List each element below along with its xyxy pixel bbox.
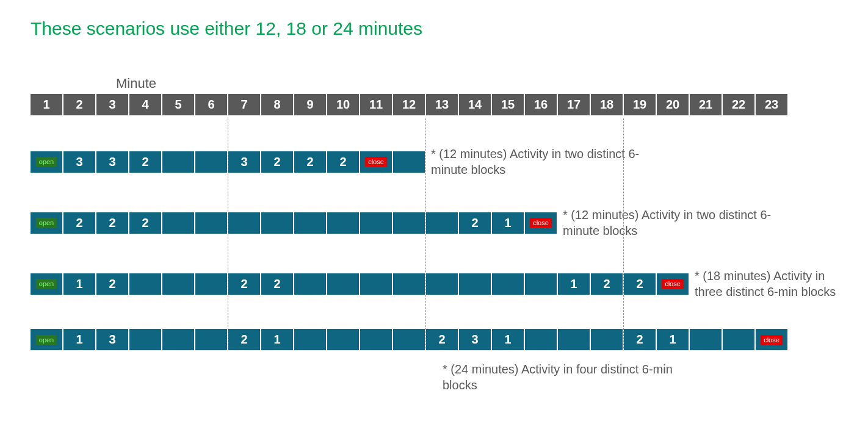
minute-header-cell: 2 [63, 94, 95, 115]
minute-header-cell: 5 [162, 94, 194, 115]
close-badge: close [530, 218, 552, 228]
minute-header-cell: 6 [195, 94, 227, 115]
scenario-caption: * (18 minutes) Activity in three distinc… [695, 268, 837, 300]
scenario-cell: open [31, 212, 62, 234]
minute-header-cell: 18 [591, 94, 623, 115]
scenario-cell [327, 329, 359, 350]
scenario-cell [591, 329, 623, 350]
scenario-cell: 2 [624, 273, 656, 295]
scenario-cell: 3 [96, 151, 128, 173]
scenario-cells: open1222122close [31, 273, 689, 295]
scenario-cell [723, 329, 754, 350]
minute-header-cell: 22 [723, 94, 754, 115]
scenario-cell [195, 212, 227, 234]
scenario-row: open132123121close [31, 329, 837, 350]
scenario-cell [195, 329, 227, 350]
scenario-cell: 1 [657, 329, 689, 350]
open-badge: open [36, 218, 57, 228]
scenario-cell [393, 329, 425, 350]
minute-header-cell: 13 [426, 94, 458, 115]
scenario-cell: 2 [591, 273, 623, 295]
scenario-cell [426, 212, 458, 234]
scenario-cell: open [31, 151, 62, 173]
minute-header-cell: 23 [756, 94, 787, 115]
minute-header-cell: 9 [294, 94, 326, 115]
six-min-divider [623, 118, 624, 348]
six-min-divider [228, 118, 228, 348]
scenario-cell: 3 [228, 151, 260, 173]
minute-header-cell: 4 [129, 94, 161, 115]
scenario-caption: * (24 minutes) Activity in four distinct… [443, 361, 699, 393]
minute-header-cell: 3 [96, 94, 128, 115]
scenario-cell: 1 [492, 212, 524, 234]
minute-header-cell: 19 [624, 94, 656, 115]
scenario-cell: close [756, 329, 787, 350]
scenario-cell: 2 [228, 329, 260, 350]
scenario-cell [129, 329, 161, 350]
scenario-cell [294, 329, 326, 350]
scenario-cell: 2 [129, 212, 161, 234]
scenario-cell [294, 273, 326, 295]
scenario-cell: 2 [96, 273, 128, 295]
close-badge: close [761, 335, 783, 345]
scenario-cell: close [657, 273, 689, 295]
scenario-cell: 1 [63, 273, 95, 295]
scenario-cell [162, 273, 194, 295]
scenario-cell: 3 [63, 151, 95, 173]
scenario-cell: 2 [426, 329, 458, 350]
close-badge: close [662, 279, 684, 289]
scenario-cell: close [525, 212, 557, 234]
scenario-chart: 1234567891011121314151617181920212223 op… [31, 94, 837, 393]
six-min-divider [425, 118, 426, 348]
scenario-cell: 2 [129, 151, 161, 173]
scenario-cell [195, 273, 227, 295]
scenario-cell: 3 [459, 329, 491, 350]
minute-axis-label: Minute [116, 76, 837, 92]
scenario-cell [393, 151, 425, 173]
scenario-cell: open [31, 329, 62, 350]
minute-header-cell: 21 [690, 94, 722, 115]
scenario-cell: 1 [558, 273, 590, 295]
minute-header-row: 1234567891011121314151617181920212223 [31, 94, 837, 115]
scenario-cell [228, 212, 260, 234]
scenario-cell: 2 [624, 329, 656, 350]
open-badge: open [36, 335, 57, 345]
minute-header-cell: 20 [657, 94, 689, 115]
scenario-cell: 2 [96, 212, 128, 234]
scenario-cell [294, 212, 326, 234]
minute-header-cell: 8 [261, 94, 293, 115]
scenario-cell [525, 329, 557, 350]
scenario-row: open22221close* (12 minutes) Activity in… [31, 207, 837, 239]
scenario-cell: 2 [294, 151, 326, 173]
open-badge: open [36, 279, 57, 289]
scenario-cell [690, 329, 722, 350]
scenario-cell [162, 329, 194, 350]
scenario-cell: 2 [63, 212, 95, 234]
scenario-caption: * (12 minutes) Activity in two distinct … [563, 207, 795, 239]
minute-header-cell: 14 [459, 94, 491, 115]
minute-header-cell: 12 [393, 94, 425, 115]
scenario-cell [459, 273, 491, 295]
scenario-cell: 2 [261, 273, 293, 295]
scenario-cell [426, 273, 458, 295]
minute-header-cell: 7 [228, 94, 260, 115]
scenario-row: open1222122close* (18 minutes) Activity … [31, 268, 837, 300]
scenario-cell [525, 273, 557, 295]
scenario-cell: 2 [459, 212, 491, 234]
scenario-cell [360, 329, 392, 350]
scenario-cell: 1 [63, 329, 95, 350]
scenario-cell [558, 329, 590, 350]
scenario-cell [261, 212, 293, 234]
scenario-cell [393, 212, 425, 234]
scenario-cell [393, 273, 425, 295]
scenario-cell [327, 212, 359, 234]
scenario-cell: 3 [96, 329, 128, 350]
scenario-cells: open22221close [31, 212, 557, 234]
close-badge: close [365, 157, 387, 167]
scenario-cell [195, 151, 227, 173]
scenario-cell [327, 273, 359, 295]
minute-header-cell: 15 [492, 94, 524, 115]
scenario-cell [162, 212, 194, 234]
scenario-cells: open132123121close [31, 329, 787, 350]
minute-header-cell: 1 [31, 94, 62, 115]
